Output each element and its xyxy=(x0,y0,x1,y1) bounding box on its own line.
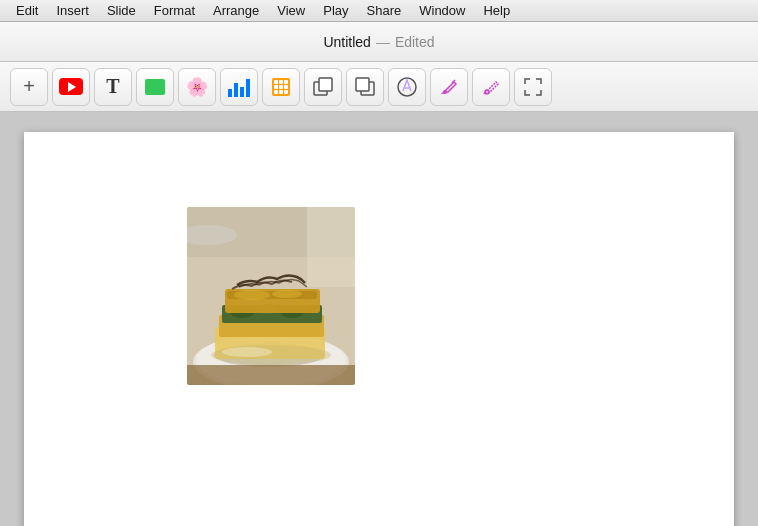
text-button[interactable]: T xyxy=(94,68,132,106)
menu-insert[interactable]: Insert xyxy=(48,1,97,20)
move-back-icon xyxy=(312,76,334,98)
document-title[interactable]: Untitled xyxy=(323,34,370,50)
svg-point-25 xyxy=(222,347,272,357)
eyedropper-icon xyxy=(438,76,460,98)
youtube-icon xyxy=(59,78,83,95)
fullscreen-icon xyxy=(522,76,544,98)
plus-icon: + xyxy=(23,75,35,98)
menu-share[interactable]: Share xyxy=(359,1,410,20)
title-bar: Untitled — Edited xyxy=(0,22,758,62)
svg-rect-1 xyxy=(319,78,332,91)
title-separator: — xyxy=(376,34,390,50)
menu-slide[interactable]: Slide xyxy=(99,1,144,20)
table-button[interactable] xyxy=(262,68,300,106)
menu-bar: Edit Insert Slide Format Arrange View Pl… xyxy=(0,0,758,22)
menu-window[interactable]: Window xyxy=(411,1,473,20)
shape-button[interactable] xyxy=(136,68,174,106)
alpha-button[interactable] xyxy=(388,68,426,106)
menu-arrange[interactable]: Arrange xyxy=(205,1,267,20)
svg-point-6 xyxy=(443,90,447,94)
food-image-svg xyxy=(187,207,355,385)
move-front-icon xyxy=(354,76,376,98)
canvas-wrapper xyxy=(0,112,758,526)
alpha-icon xyxy=(396,76,418,98)
media-button[interactable] xyxy=(52,68,90,106)
shape-rect-icon xyxy=(145,79,165,95)
fullscreen-button[interactable] xyxy=(514,68,552,106)
svg-rect-3 xyxy=(356,78,369,91)
chart-bar-2 xyxy=(234,83,238,97)
chart-bar-1 xyxy=(228,89,232,97)
slide-canvas[interactable] xyxy=(24,132,734,526)
text-T-icon: T xyxy=(106,75,119,98)
chart-icon xyxy=(228,77,250,97)
document-status: Edited xyxy=(395,34,435,50)
color-fill-button[interactable] xyxy=(430,68,468,106)
svg-point-23 xyxy=(272,290,302,298)
move-back-button[interactable] xyxy=(304,68,342,106)
chart-bar-3 xyxy=(240,87,244,97)
food-image[interactable] xyxy=(187,207,355,385)
svg-rect-26 xyxy=(187,365,355,385)
play-triangle xyxy=(68,82,76,92)
photos-icon: 🌸 xyxy=(186,76,208,98)
image-adjust-icon xyxy=(480,76,502,98)
toolbar: + T 🌸 xyxy=(0,62,758,112)
add-button[interactable]: + xyxy=(10,68,48,106)
move-front-button[interactable] xyxy=(346,68,384,106)
svg-rect-28 xyxy=(307,207,355,287)
menu-edit[interactable]: Edit xyxy=(8,1,46,20)
table-icon xyxy=(272,78,290,96)
menu-play[interactable]: Play xyxy=(315,1,356,20)
menu-format[interactable]: Format xyxy=(146,1,203,20)
menu-view[interactable]: View xyxy=(269,1,313,20)
chart-bar-4 xyxy=(246,79,250,97)
svg-point-22 xyxy=(234,290,270,300)
chart-button[interactable] xyxy=(220,68,258,106)
svg-point-8 xyxy=(485,90,489,94)
image-adjust-button[interactable] xyxy=(472,68,510,106)
menu-help[interactable]: Help xyxy=(475,1,518,20)
photos-button[interactable]: 🌸 xyxy=(178,68,216,106)
